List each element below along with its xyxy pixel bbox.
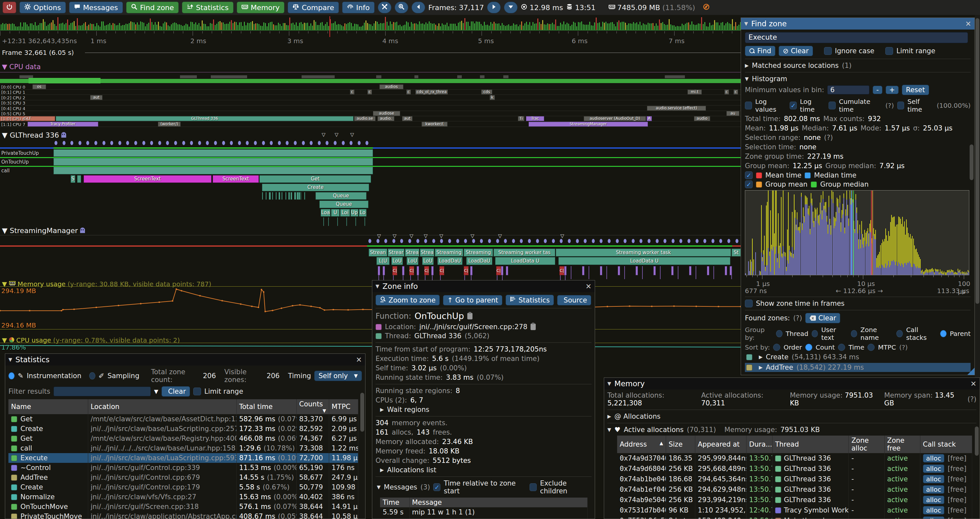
zone-bar[interactable] [636, 266, 638, 275]
zone-bar[interactable] [266, 192, 267, 200]
collapse-triangle-icon[interactable]: ▼ [608, 381, 611, 386]
zone-bar[interactable] [431, 266, 434, 275]
zone-bar[interactable]: Queue [320, 201, 368, 208]
allocation-row[interactable]: 0x74a9d37040186.35 KB295,999,844ns13:50.… [617, 453, 972, 463]
log-values-checkbox[interactable] [745, 102, 752, 109]
sort-by-count-radio[interactable] [805, 344, 812, 351]
collapse-triangle-icon[interactable]: ▼ [8, 357, 12, 363]
frame-dropdown-button[interactable] [504, 2, 517, 13]
ignore-case-checkbox[interactable] [824, 47, 832, 55]
statistics-button[interactable]: Statistics [506, 295, 554, 305]
expand-icon[interactable]: ▶ [759, 364, 763, 370]
main-scrollbar-thumb[interactable] [975, 18, 979, 304]
found-zone-group-row[interactable]: ▶AddTree(18,542) 227.19 ms [745, 363, 970, 372]
zone-bar[interactable]: LoU [391, 257, 403, 265]
allocation-row[interactable]: 0x74ab9e5040256 KB293,994,219ns13:50.7GL… [617, 495, 972, 505]
group-by-call-stacks-radio[interactable] [896, 330, 903, 337]
cpu-usage-zone[interactable]: mi.t [687, 89, 702, 94]
zone-bar[interactable] [276, 192, 277, 200]
zone-bar[interactable]: Streaming [435, 249, 463, 256]
group-by-thread-radio[interactable] [776, 330, 783, 337]
zone-bar[interactable] [383, 266, 385, 275]
zone-bar[interactable]: ScreenText [213, 175, 259, 183]
source-button[interactable]: Source [557, 295, 591, 305]
zone-bar[interactable] [506, 266, 508, 275]
zone-bar[interactable]: S [71, 175, 75, 183]
alloc-callstack-button[interactable]: alloc [923, 496, 945, 504]
cpu-usage-zone[interactable]: audios [379, 85, 403, 89]
prev-button[interactable] [412, 2, 425, 13]
frame-marker-icon[interactable]: ▽ [498, 233, 502, 239]
statistics-row[interactable]: OnTouchMovejni/../jni/src/guif/Screen.cp… [8, 502, 358, 511]
tools-button[interactable] [378, 2, 391, 13]
cpu-usage-zone[interactable]: audio [694, 116, 710, 121]
next-frame-button[interactable] [487, 2, 501, 13]
collapse-triangle-icon[interactable]: ▼ [744, 21, 748, 27]
zone-bar[interactable] [470, 266, 473, 275]
zone-bar-privatetouchup[interactable] [54, 149, 373, 157]
zone-bar[interactable]: Create [262, 184, 369, 191]
zone-bar-error[interactable]: C| [409, 266, 414, 275]
zone-bar[interactable] [671, 266, 673, 275]
cpu-usage-zone[interactable]: audioserver (AudioOut_D) [584, 116, 646, 121]
compare-button[interactable]: Compare [288, 2, 339, 13]
zone-bar[interactable] [304, 192, 305, 200]
zone-bar-ontouchup[interactable] [54, 158, 373, 166]
memory-usage-graph[interactable] [0, 287, 743, 329]
cpu-usage-zone[interactable]: kworker/( [422, 122, 447, 126]
frame-marker-icon[interactable]: ▽ [424, 233, 428, 239]
zone-bar[interactable] [269, 192, 271, 200]
zone-bar[interactable]: St [732, 249, 741, 256]
cpu-usage-zone[interactable]: os [32, 85, 46, 89]
zone-bar[interactable] [272, 192, 273, 200]
frame-marker-icon[interactable]: ▽ [439, 233, 443, 239]
found-zones-clear-button[interactable]: xClear [805, 313, 840, 323]
zone-bar[interactable] [299, 192, 300, 200]
frame-marker-icon[interactable]: ▽ [560, 233, 564, 239]
zone-bar[interactable]: LoadData U [558, 257, 730, 265]
zone-bar[interactable] [282, 192, 282, 200]
allocations-section-row[interactable]: ▶@ Allocations [608, 412, 977, 420]
zone-bar[interactable] [288, 192, 290, 200]
cpu-usage-zone[interactable]: cds_ol_rx_threa [415, 89, 448, 94]
zone-bar-call[interactable] [54, 167, 373, 174]
frame-marker-icon[interactable]: ▽ [377, 233, 381, 239]
zone-bar[interactable] [77, 175, 81, 183]
message-row[interactable]: 5.59 smip 10 w 2 h 2 (4) [380, 517, 588, 519]
cpu-usage-zone[interactable]: Ti [518, 116, 524, 121]
cpu-usage-zone[interactable]: k [490, 95, 495, 100]
statistics-row[interactable]: Createjni/../jni/src/claw/base/LuaScript… [8, 424, 358, 434]
zone-bar[interactable]: Streaming [464, 249, 493, 256]
alloc-callstack-button[interactable]: alloc [923, 475, 945, 483]
zone-bar[interactable]: Strea [420, 249, 434, 256]
statistics-titlebar[interactable]: ▼ Statistics ✕ [5, 354, 365, 366]
zone-bar-error[interactable]: C| [424, 266, 429, 275]
zone-bar[interactable]: Queue [315, 192, 366, 200]
zone-bar[interactable] [582, 266, 584, 275]
zone-bar[interactable] [291, 192, 292, 200]
cpu-usage-zone[interactable]: c [406, 89, 411, 94]
statistics-scrollbar[interactable] [360, 393, 364, 432]
zone-bar[interactable] [707, 266, 709, 275]
cpu-usage-zone[interactable]: audio. [377, 116, 395, 121]
zone-bar[interactable] [417, 266, 419, 275]
find-button[interactable]: Find [745, 46, 775, 56]
alloc-callstack-button[interactable]: alloc [923, 465, 945, 473]
zone-bar[interactable]: Strean [369, 249, 387, 256]
cpu-usage-zone[interactable]: audiose [373, 111, 400, 116]
allocation-row[interactable]: 0x7553b9fa508 bytes153,492,240ns13:50.8M… [617, 516, 972, 519]
collapse-triangle-icon[interactable]: ▼ [375, 283, 379, 289]
find-zone-search-input[interactable]: Execute [745, 32, 968, 43]
zone-bar[interactable]: LoadDaU [466, 257, 492, 265]
frame-marker-icon[interactable]: ▽ [393, 233, 397, 239]
alloc-callstack-button[interactable]: alloc [923, 506, 945, 514]
messages-row[interactable]: ▼Messages(3)✓Time relative to zone start… [377, 479, 592, 495]
zone-bar-error[interactable]: C| [559, 266, 564, 275]
cpu-usage-zone[interactable]: StreamingManager [528, 122, 648, 126]
allocations-list-row[interactable]: ▶Allocations list [380, 466, 592, 474]
zone-bar[interactable]: Get [259, 175, 371, 183]
found-zone-group-row[interactable]: ▶LoadLevel(18) 406.88 µs [745, 373, 970, 375]
zone-bar[interactable]: Streaming worker tas [493, 249, 555, 256]
zone-bar[interactable]: Loa [321, 209, 331, 217]
fz-limit-range-checkbox[interactable] [885, 47, 893, 55]
